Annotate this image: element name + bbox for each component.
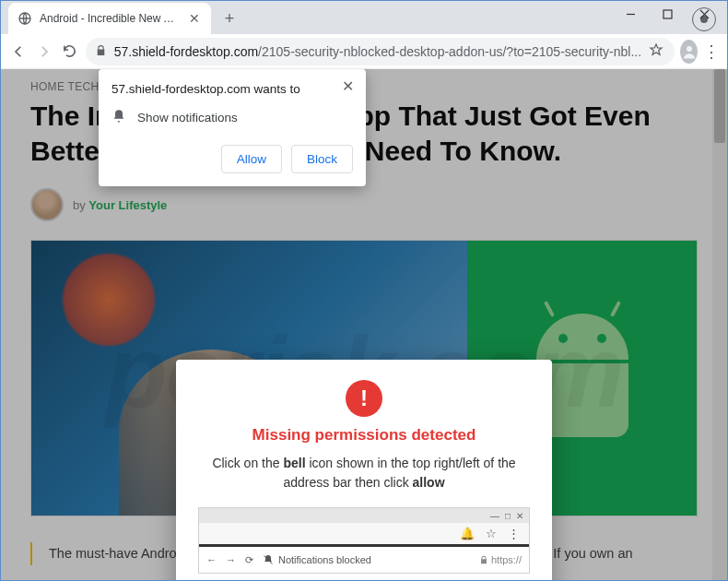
profile-avatar[interactable] [680, 40, 698, 64]
prompt-origin: 57.shield-fordesktop.com wants to [112, 82, 353, 96]
prompt-permission-label: Show notifications [137, 111, 238, 125]
mini-forward-icon: → [226, 554, 236, 565]
mini-maximize-icon: □ [505, 511, 511, 521]
menu-button[interactable]: ⋮ [703, 42, 720, 62]
new-tab-button[interactable]: + [217, 6, 242, 31]
svg-rect-1 [663, 10, 672, 18]
mini-blocked-bell: Notifications blocked [263, 554, 371, 565]
browser-window: Android - Incredible New App - ✕ + 57.sh… [0, 0, 728, 581]
svg-point-2 [687, 46, 692, 52]
forward-button[interactable] [34, 38, 54, 65]
prompt-close-button[interactable]: ✕ [336, 75, 358, 97]
tab-close-button[interactable]: ✕ [187, 11, 202, 26]
modal-text: Click on the bell icon shown in the top … [198, 454, 530, 492]
block-button[interactable]: Block [291, 145, 353, 173]
browser-tab[interactable]: Android - Incredible New App - ✕ [8, 3, 211, 34]
tab-title: Android - Incredible New App - [40, 12, 180, 25]
mini-back-icon: ← [206, 554, 217, 565]
alert-icon: ! [346, 380, 382, 417]
bookmark-star-icon[interactable] [649, 42, 665, 61]
address-bar[interactable]: 57.shield-fordesktop.com/2105-security-n… [86, 38, 675, 65]
bell-icon [112, 109, 126, 126]
allow-button[interactable]: Allow [221, 145, 282, 173]
minimize-button[interactable] [617, 1, 643, 27]
mini-bell-icon: 🔔 [460, 527, 475, 540]
window-controls [606, 0, 728, 28]
url-text: 57.shield-fordesktop.com/2105-security-n… [114, 44, 641, 59]
maximize-button[interactable] [654, 1, 680, 27]
page-viewport: HOME TECH ANDROID The Incredible Android… [1, 69, 727, 580]
mini-minimize-icon: — [490, 511, 499, 521]
lock-icon [95, 44, 107, 59]
modal-title: Missing permissions detected [198, 426, 530, 445]
reload-button[interactable] [60, 38, 80, 65]
prompt-permission-row: Show notifications [112, 109, 353, 126]
mini-star-icon: ☆ [486, 527, 497, 540]
notification-permission-prompt: ✕ 57.shield-fordesktop.com wants to Show… [99, 69, 366, 186]
close-button[interactable] [691, 1, 717, 27]
mini-browser-illustration: —□✕ 🔔 ☆ ⋮ ← → ⟳ Notifications blocked [198, 507, 530, 574]
toolbar: 57.shield-fordesktop.com/2105-security-n… [1, 34, 727, 69]
mini-kebab-icon: ⋮ [508, 527, 520, 540]
mini-close-icon: ✕ [516, 511, 523, 521]
back-button[interactable] [8, 38, 29, 65]
scam-modal: ! Missing permissions detected Click on … [176, 360, 552, 580]
mini-reload-icon: ⟳ [245, 554, 253, 566]
globe-icon [18, 11, 32, 26]
mini-url-prefix: https:// [479, 554, 522, 565]
